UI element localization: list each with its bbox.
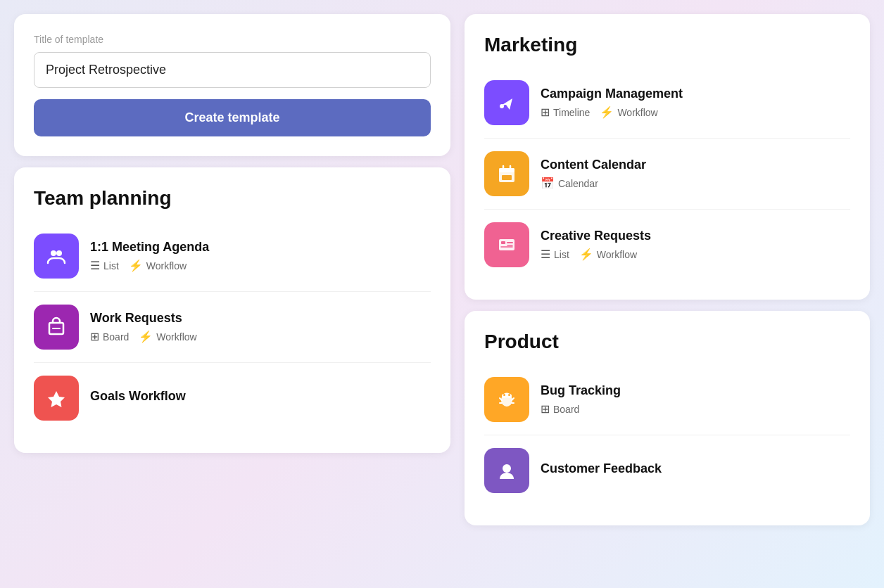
content-calendar-name: Content Calendar bbox=[541, 158, 850, 172]
team-planning-title: Team planning bbox=[34, 187, 431, 210]
svg-rect-10 bbox=[499, 239, 514, 250]
campaign-mgmt-name: Campaign Management bbox=[541, 87, 850, 101]
product-list: Bug Tracking ⊞ Board bbox=[484, 364, 850, 506]
list-item[interactable]: Goals Workflow bbox=[34, 363, 431, 433]
meeting-agenda-name: 1:1 Meeting Agenda bbox=[90, 240, 431, 255]
list-item[interactable]: Work Requests ⊞ Board ⚡ Workflow bbox=[34, 292, 431, 363]
goals-workflow-name: Goals Workflow bbox=[90, 389, 431, 404]
tag-timeline: ⊞ Timeline bbox=[541, 106, 590, 119]
tag-workflow: ⚡ Workflow bbox=[129, 259, 187, 272]
svg-point-1 bbox=[56, 250, 62, 256]
marketing-title: Marketing bbox=[484, 34, 850, 56]
tag-workflow: ⚡ Workflow bbox=[600, 106, 657, 119]
content-calendar-tags: 📅 Calendar bbox=[541, 177, 850, 190]
list-item[interactable]: Customer Feedback bbox=[484, 435, 850, 506]
customer-feedback-info: Customer Feedback bbox=[541, 461, 850, 480]
work-requests-info: Work Requests ⊞ Board ⚡ Workflow bbox=[90, 311, 431, 343]
right-column: Marketing Campaign Management ⊞ Timeline bbox=[465, 14, 870, 525]
svg-point-19 bbox=[503, 394, 505, 396]
team-planning-list: 1:1 Meeting Agenda ☰ List ⚡ Workflow bbox=[34, 221, 431, 433]
left-column: Title of template Create template Team p… bbox=[14, 14, 450, 453]
calendar-icon: 📅 bbox=[541, 177, 555, 190]
board-icon: ⊞ bbox=[541, 402, 550, 416]
create-template-button[interactable]: Create template bbox=[34, 99, 431, 136]
campaign-mgmt-icon bbox=[484, 80, 529, 125]
tag-calendar: 📅 Calendar bbox=[541, 177, 598, 190]
work-requests-name: Work Requests bbox=[90, 311, 431, 326]
bolt-icon: ⚡ bbox=[579, 248, 593, 261]
creative-requests-icon bbox=[484, 222, 529, 267]
bolt-icon: ⚡ bbox=[139, 330, 153, 343]
meeting-agenda-icon bbox=[34, 234, 79, 279]
marketing-list: Campaign Management ⊞ Timeline ⚡ Workflo… bbox=[484, 68, 850, 280]
tag-list: ☰ List bbox=[541, 248, 569, 261]
board-icon: ⊞ bbox=[90, 330, 99, 343]
campaign-mgmt-info: Campaign Management ⊞ Timeline ⚡ Workflo… bbox=[541, 87, 850, 119]
template-title-label: Title of template bbox=[34, 34, 431, 45]
svg-rect-9 bbox=[502, 175, 512, 180]
tag-board: ⊞ Board bbox=[541, 402, 579, 416]
bug-tracking-info: Bug Tracking ⊞ Board bbox=[541, 383, 850, 416]
list-item[interactable]: Bug Tracking ⊞ Board bbox=[484, 364, 850, 435]
svg-point-4 bbox=[500, 104, 504, 108]
tag-workflow: ⚡ Workflow bbox=[579, 248, 637, 261]
svg-rect-6 bbox=[499, 168, 514, 172]
creative-requests-tags: ☰ List ⚡ Workflow bbox=[541, 248, 850, 261]
list-item[interactable]: 1:1 Meeting Agenda ☰ List ⚡ Workflow bbox=[34, 221, 431, 292]
svg-point-0 bbox=[51, 250, 56, 256]
customer-feedback-name: Customer Feedback bbox=[541, 461, 850, 476]
product-title: Product bbox=[484, 331, 850, 353]
work-requests-tags: ⊞ Board ⚡ Workflow bbox=[90, 330, 431, 343]
bug-tracking-icon bbox=[484, 377, 529, 422]
timeline-icon: ⊞ bbox=[541, 106, 550, 119]
list-item[interactable]: Content Calendar 📅 Calendar bbox=[484, 139, 850, 210]
template-title-input[interactable] bbox=[34, 52, 431, 88]
list-icon: ☰ bbox=[541, 248, 550, 261]
tag-board: ⊞ Board bbox=[90, 330, 129, 343]
svg-rect-11 bbox=[501, 241, 505, 244]
list-item[interactable]: Campaign Management ⊞ Timeline ⚡ Workflo… bbox=[484, 68, 850, 139]
product-card: Product bbox=[465, 311, 870, 525]
campaign-mgmt-tags: ⊞ Timeline ⚡ Workflow bbox=[541, 106, 850, 119]
bolt-icon: ⚡ bbox=[600, 106, 614, 119]
customer-feedback-icon bbox=[484, 448, 529, 493]
team-planning-card: Team planning 1:1 Meeting Agenda ☰ bbox=[14, 167, 450, 453]
marketing-card: Marketing Campaign Management ⊞ Timeline bbox=[465, 14, 870, 300]
goals-workflow-info: Goals Workflow bbox=[90, 389, 431, 408]
creative-requests-name: Creative Requests bbox=[541, 229, 850, 243]
svg-point-20 bbox=[508, 394, 510, 396]
creative-requests-info: Creative Requests ☰ List ⚡ Workflow bbox=[541, 229, 850, 261]
tag-workflow: ⚡ Workflow bbox=[139, 330, 196, 343]
bolt-icon: ⚡ bbox=[129, 259, 143, 272]
template-form-card: Title of template Create template bbox=[14, 14, 450, 156]
list-icon: ☰ bbox=[90, 259, 100, 272]
list-item[interactable]: Creative Requests ☰ List ⚡ Workflow bbox=[484, 210, 850, 280]
work-requests-icon bbox=[34, 305, 79, 350]
meeting-agenda-tags: ☰ List ⚡ Workflow bbox=[90, 259, 431, 272]
content-calendar-info: Content Calendar 📅 Calendar bbox=[541, 158, 850, 190]
goals-workflow-icon bbox=[34, 376, 79, 421]
svg-point-25 bbox=[503, 464, 511, 473]
meeting-agenda-info: 1:1 Meeting Agenda ☰ List ⚡ Workflow bbox=[90, 240, 431, 272]
tag-list: ☰ List bbox=[90, 259, 119, 272]
bug-tracking-tags: ⊞ Board bbox=[541, 402, 850, 416]
bug-tracking-name: Bug Tracking bbox=[541, 383, 850, 398]
content-calendar-icon bbox=[484, 151, 529, 196]
